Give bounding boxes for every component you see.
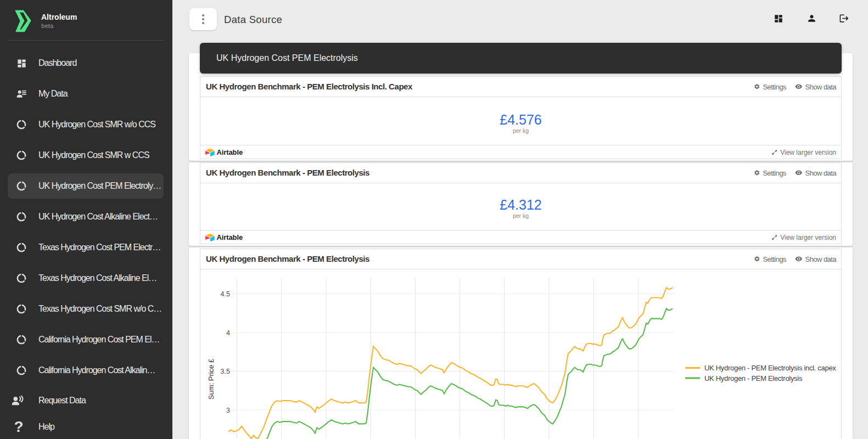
svg-text:4.5: 4.5: [221, 290, 230, 298]
svg-text:Sum: Price £: Sum: Price £: [207, 358, 215, 399]
svg-text:UK Hydrogen - PEM Electrolysis: UK Hydrogen - PEM Electrolysis: [704, 374, 803, 382]
svg-text:3: 3: [226, 407, 230, 414]
svg-text:3.5: 3.5: [221, 368, 230, 375]
svg-text:4: 4: [226, 329, 230, 337]
svg-text:UK Hydrogen - PEM Electrolysis: UK Hydrogen - PEM Electrolysis incl. cap…: [704, 364, 836, 372]
